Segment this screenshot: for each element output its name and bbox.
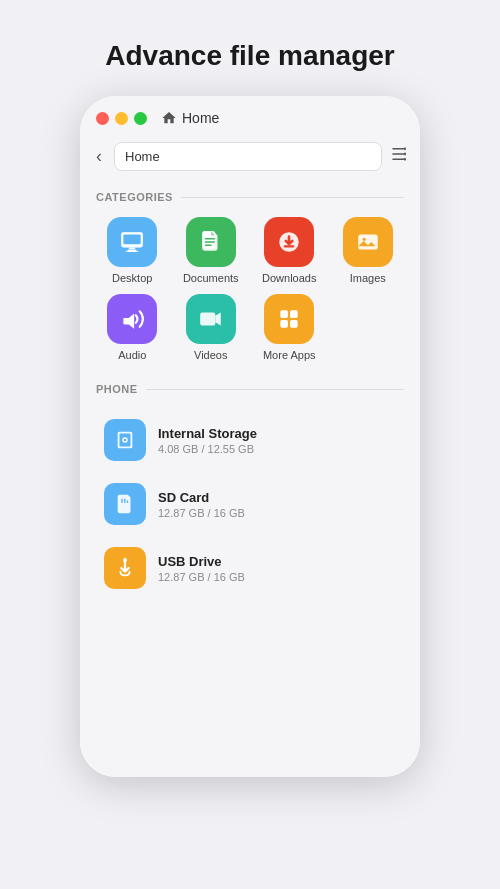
images-icon: [343, 217, 393, 267]
sdcard-name: SD Card: [158, 490, 245, 505]
minimize-button[interactable]: [115, 112, 128, 125]
category-images[interactable]: Images: [332, 217, 405, 284]
svg-rect-23: [200, 313, 215, 326]
svg-rect-34: [127, 500, 128, 503]
address-bar-row: ‹: [80, 136, 420, 177]
home-text: Home: [182, 110, 219, 126]
svg-rect-27: [290, 320, 298, 328]
back-button[interactable]: ‹: [92, 144, 106, 169]
svg-rect-5: [404, 158, 406, 161]
audio-icon: [107, 294, 157, 344]
svg-rect-10: [126, 251, 139, 252]
category-moreapps[interactable]: More Apps: [253, 294, 326, 361]
home-label: Home: [161, 110, 219, 126]
svg-rect-26: [281, 320, 289, 328]
close-button[interactable]: [96, 112, 109, 125]
usb-info: USB Drive 12.87 GB / 16 GB: [158, 554, 245, 583]
documents-label: Documents: [183, 272, 239, 284]
internal-storage-size: 4.08 GB / 12.55 GB: [158, 443, 257, 455]
svg-rect-20: [358, 234, 378, 249]
svg-rect-13: [129, 247, 136, 249]
downloads-label: Downloads: [262, 272, 316, 284]
usb-size: 12.87 GB / 16 GB: [158, 571, 245, 583]
svg-point-31: [124, 439, 127, 442]
videos-icon: [186, 294, 236, 344]
videos-label: Videos: [194, 349, 227, 361]
storage-item-usb[interactable]: USB Drive 12.87 GB / 16 GB: [96, 537, 404, 599]
view-toggle-button[interactable]: [390, 145, 408, 168]
usb-name: USB Drive: [158, 554, 245, 569]
usb-icon: [104, 547, 146, 589]
traffic-lights: [96, 112, 147, 125]
moreapps-icon: [264, 294, 314, 344]
storage-item-internal[interactable]: Internal Storage 4.08 GB / 12.55 GB: [96, 409, 404, 471]
categories-divider: [181, 197, 404, 198]
address-input[interactable]: [114, 142, 382, 171]
category-videos[interactable]: Videos: [175, 294, 248, 361]
svg-point-21: [362, 238, 365, 241]
downloads-icon: [264, 217, 314, 267]
internal-storage-icon: [104, 419, 146, 461]
svg-rect-1: [392, 153, 406, 155]
sdcard-info: SD Card 12.87 GB / 16 GB: [158, 490, 245, 519]
category-documents[interactable]: Documents: [175, 217, 248, 284]
list-view-icon: [390, 145, 408, 163]
desktop-icon: [107, 217, 157, 267]
svg-rect-2: [392, 159, 406, 161]
phone-label: PHONE: [96, 383, 138, 395]
top-bar: Home: [80, 96, 420, 136]
categories-header: CATEGORIES: [96, 191, 404, 203]
file-manager-content: CATEGORIES: [80, 177, 420, 777]
category-downloads[interactable]: Downloads: [253, 217, 326, 284]
svg-rect-33: [124, 499, 125, 504]
sdcard-icon: [104, 483, 146, 525]
svg-rect-24: [281, 310, 289, 318]
svg-rect-35: [123, 559, 127, 562]
internal-storage-name: Internal Storage: [158, 426, 257, 441]
audio-label: Audio: [118, 349, 146, 361]
categories-label: CATEGORIES: [96, 191, 173, 203]
categories-grid: Desktop Documents: [96, 217, 404, 361]
svg-rect-3: [404, 147, 406, 150]
images-label: Images: [350, 272, 386, 284]
phone-header: PHONE: [96, 383, 404, 395]
category-desktop[interactable]: Desktop: [96, 217, 169, 284]
desktop-label: Desktop: [112, 272, 152, 284]
category-audio[interactable]: Audio: [96, 294, 169, 361]
documents-icon: [186, 217, 236, 267]
svg-rect-12: [124, 234, 141, 244]
phone-frame: Home ‹ CATEGORIES: [80, 96, 420, 777]
moreapps-label: More Apps: [263, 349, 316, 361]
page-title: Advance file manager: [105, 40, 394, 72]
svg-rect-0: [392, 148, 406, 150]
svg-rect-25: [290, 310, 298, 318]
svg-rect-4: [404, 153, 406, 156]
storage-item-sdcard[interactable]: SD Card 12.87 GB / 16 GB: [96, 473, 404, 535]
maximize-button[interactable]: [134, 112, 147, 125]
sdcard-size: 12.87 GB / 16 GB: [158, 507, 245, 519]
svg-rect-32: [121, 499, 122, 504]
phone-divider: [146, 389, 404, 390]
internal-storage-info: Internal Storage 4.08 GB / 12.55 GB: [158, 426, 257, 455]
home-icon: [161, 110, 177, 126]
storage-list: Internal Storage 4.08 GB / 12.55 GB SD C…: [96, 409, 404, 599]
